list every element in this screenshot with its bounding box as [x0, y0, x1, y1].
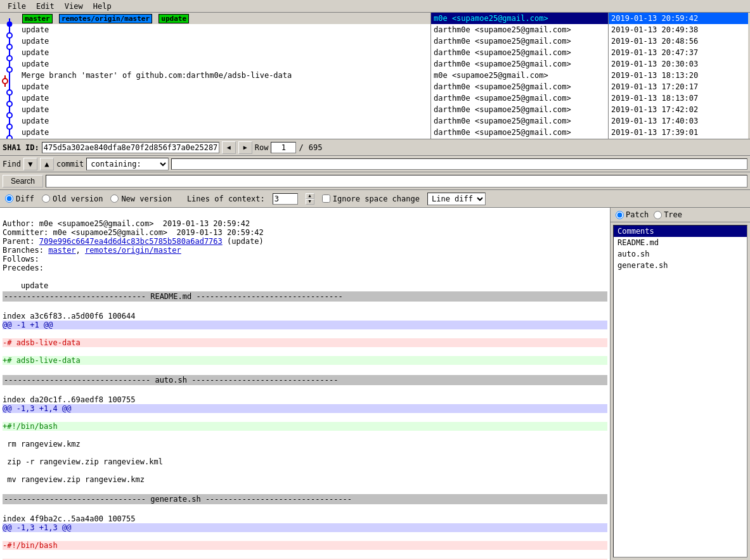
diff-radio[interactable] [5, 194, 13, 203]
file-tree-item-comments[interactable]: Comments [614, 226, 747, 237]
author-row[interactable]: darthm0e <supamoe25@gmail.com> [431, 104, 608, 115]
author-row[interactable]: darthm0e <supamoe25@gmail.com> [431, 35, 608, 47]
date-row[interactable]: 2019-01-13 17:20:17 [609, 81, 748, 92]
branch-remote-link[interactable]: remotes/origin/master [85, 246, 181, 255]
menu-view[interactable]: View [60, 1, 88, 11]
date-row[interactable]: 2019-01-13 18:13:07 [609, 92, 748, 104]
date-row[interactable]: 2019-01-13 17:39:01 [609, 127, 748, 138]
commit-row[interactable]: update [0, 104, 430, 115]
author-row[interactable]: darthm0e <supamoe25@gmail.com> [431, 115, 608, 127]
patch-radio[interactable] [616, 211, 624, 219]
find-bar: Find ▼ ▲ commit containing: [0, 156, 750, 172]
author-row[interactable]: darthm0e <supamoe25@gmail.com> [431, 24, 608, 35]
find-next-button[interactable]: ▲ [40, 158, 54, 170]
menu-edit[interactable]: Edit [31, 1, 60, 11]
ignore-space-checkbox[interactable] [322, 194, 330, 203]
commit-area: master remotes/origin/master update upda… [0, 13, 750, 139]
commit-row[interactable]: update [0, 58, 430, 70]
author-row[interactable]: m0e <supamoe25@gmail.com> [431, 13, 608, 24]
commit-row[interactable]: update [0, 47, 430, 58]
commit-row[interactable]: update [0, 92, 430, 104]
diff-pane[interactable]: Author: m0e <supamoe25@gmail.com> 2019-0… [0, 208, 611, 560]
commit-row[interactable]: update [0, 115, 430, 127]
right-panel: Patch Tree Comments README.md auto.sh ge… [611, 208, 750, 560]
author-row[interactable]: m0e <supamoe25@gmail.com> [431, 70, 608, 81]
date-row[interactable]: 2019-01-13 17:42:02 [609, 104, 748, 115]
file-tree-item-readme[interactable]: README.md [614, 237, 747, 248]
sha-bar: SHA1 ID: ◀ ▶ Row / 695 [0, 139, 750, 156]
main-area: Author: m0e <supamoe25@gmail.com> 2019-0… [0, 208, 750, 560]
date-row[interactable]: 2019-01-13 18:13:20 [609, 70, 748, 81]
patch-tree-bar: Patch Tree [611, 208, 750, 222]
context-spin-down[interactable]: ▼ [306, 199, 314, 205]
date-row[interactable]: 2019-01-13 20:59:42 [609, 13, 748, 24]
find-label: Find [3, 160, 21, 169]
commit-row[interactable]: update [0, 35, 430, 47]
menubar: File Edit View Help [0, 0, 750, 13]
author-row[interactable]: darthm0e <supamoe25@gmail.com> [431, 58, 608, 70]
svg-point-9 [7, 67, 12, 72]
context-input[interactable] [273, 193, 298, 205]
svg-point-1 [7, 22, 12, 27]
commit-row[interactable]: Merge branch 'master' of github.com:dart… [0, 70, 430, 81]
prev-commit-button[interactable]: ◀ [222, 141, 236, 154]
commit-row[interactable]: update [0, 24, 430, 35]
svg-point-3 [7, 33, 12, 38]
search-bar: Search [0, 172, 750, 190]
author-row[interactable]: darthm0e <supamoe25@gmail.com> [431, 127, 608, 138]
commit-graph-panel: master remotes/origin/master update upda… [0, 13, 431, 139]
svg-point-22 [7, 136, 12, 139]
date-row[interactable]: 2019-01-13 20:49:38 [609, 24, 748, 35]
svg-point-18 [7, 113, 12, 118]
author-panel: m0e <supamoe25@gmail.com> darthm0e <supa… [431, 13, 609, 139]
date-row[interactable]: 2019-01-13 20:30:03 [609, 58, 748, 70]
next-commit-button[interactable]: ▶ [238, 141, 252, 154]
commit-row[interactable]: update [0, 81, 430, 92]
svg-point-5 [7, 44, 12, 49]
row-separator: / [299, 143, 303, 152]
find-commit-label: commit [56, 160, 84, 169]
diff-radio-label[interactable]: Diff [5, 194, 34, 203]
row-input[interactable] [271, 142, 296, 153]
commit-row[interactable]: master remotes/origin/master update [0, 13, 430, 24]
branch-master-link[interactable]: master [48, 246, 75, 255]
svg-point-12 [3, 79, 8, 84]
new-version-radio[interactable] [110, 194, 119, 203]
new-version-radio-label[interactable]: New version [110, 194, 171, 203]
ignore-space-label[interactable]: Ignore space change [322, 194, 420, 203]
file-tree-item-generatesh[interactable]: generate.sh [614, 260, 747, 271]
context-spin-up[interactable]: ▲ [306, 193, 314, 199]
find-text-input[interactable] [171, 158, 747, 170]
tree-radio[interactable] [654, 211, 662, 219]
tree-radio-label[interactable]: Tree [654, 210, 682, 219]
old-version-radio[interactable] [42, 194, 50, 203]
parent-sha-link[interactable]: 709e996c6647ea4d6d4c83bc5785b580a6ad7763 [39, 237, 223, 246]
patch-radio-label[interactable]: Patch [616, 210, 649, 219]
date-row[interactable]: 2019-01-13 20:48:56 [609, 35, 748, 47]
svg-point-7 [7, 56, 12, 61]
context-label: Lines of context: [187, 194, 265, 203]
find-prev-button[interactable]: ▼ [23, 158, 37, 170]
sha-label: SHA1 ID: [3, 143, 39, 152]
menu-help[interactable]: Help [88, 1, 117, 11]
diff-content: Author: m0e <supamoe25@gmail.com> 2019-0… [0, 208, 610, 560]
file-tree: Comments README.md auto.sh generate.sh [613, 225, 747, 557]
commit-row[interactable]: update [0, 127, 430, 138]
find-containing-select[interactable]: containing: [86, 158, 169, 170]
old-version-radio-label[interactable]: Old version [42, 194, 103, 203]
menu-file[interactable]: File [3, 1, 31, 11]
linediff-select[interactable]: Line diff Word diff Markup [427, 193, 486, 205]
search-button[interactable]: Search [3, 175, 43, 188]
date-row[interactable]: 2019-01-13 17:40:03 [609, 115, 748, 127]
date-row[interactable]: 2019-01-13 20:47:37 [609, 47, 748, 58]
sha-input[interactable] [42, 142, 219, 153]
row-label: Row [255, 143, 269, 152]
date-panel: 2019-01-13 20:59:42 2019-01-13 20:49:38 … [609, 13, 748, 139]
author-row[interactable]: darthm0e <supamoe25@gmail.com> [431, 47, 608, 58]
svg-point-16 [7, 101, 12, 106]
svg-point-14 [7, 90, 12, 95]
context-spinner[interactable]: ▲ ▼ [306, 193, 314, 205]
author-row[interactable]: darthm0e <supamoe25@gmail.com> [431, 92, 608, 104]
file-tree-item-autosh[interactable]: auto.sh [614, 248, 747, 260]
author-row[interactable]: darthm0e <supamoe25@gmail.com> [431, 81, 608, 92]
